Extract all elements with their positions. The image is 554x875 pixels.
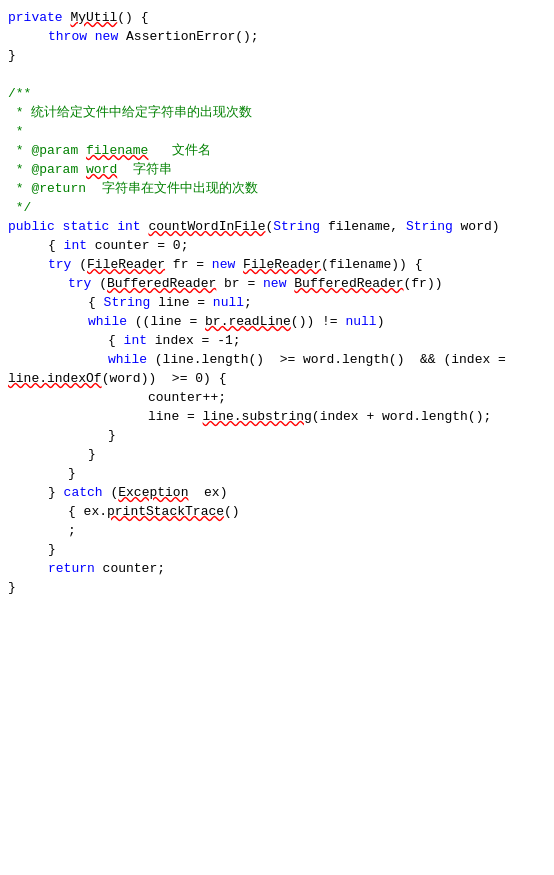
code-line-2: throw new AssertionError(); — [0, 27, 554, 46]
code-line-12: public static int countWordInFile(String… — [0, 217, 554, 236]
plain: () — [224, 502, 240, 521]
javadoc-line: * 统计给定文件中给定字符串的出现次数 — [8, 103, 252, 122]
bufferedreader2: BufferedReader — [294, 274, 403, 293]
plain: ( — [79, 255, 87, 274]
classname: MyUtil — [70, 8, 117, 27]
counter-var: counter = 0; — [95, 236, 189, 255]
code-line-23: } — [0, 426, 554, 445]
keyword-string2: String — [406, 217, 453, 236]
code-line-31: } — [0, 578, 554, 597]
plain: ; — [68, 521, 76, 540]
plain: { — [108, 331, 124, 350]
javadoc-return-star: * — [8, 179, 31, 198]
plain: (word)) >= 0) { — [102, 369, 227, 388]
keyword-return: return — [48, 559, 103, 578]
javadoc-at2: @param — [31, 160, 86, 179]
plain: (filename)) { — [321, 255, 422, 274]
code-line-3: } — [0, 46, 554, 65]
plain: (line.length() >= word.length() && (inde… — [155, 350, 506, 369]
plain: ; — [244, 293, 252, 312]
keyword-int: int — [117, 217, 148, 236]
code-editor: private MyUtil() { throw new AssertionEr… — [0, 0, 554, 875]
code-line-6: * 统计给定文件中给定字符串的出现次数 — [0, 103, 554, 122]
keyword-try1: try — [48, 255, 79, 274]
printstacktrace: printStackTrace — [107, 502, 224, 521]
plain: ((line = — [135, 312, 205, 331]
keyword-string3: String — [104, 293, 151, 312]
code-line-1: private MyUtil() { — [0, 8, 554, 27]
javadoc-at: @param — [31, 141, 86, 160]
plain: word) — [453, 217, 500, 236]
keyword-throw: throw — [48, 27, 95, 46]
code-line-15: try (BufferedReader br = new BufferedRea… — [0, 274, 554, 293]
filereader2: FileReader — [243, 255, 321, 274]
exception-type: Exception — [118, 483, 188, 502]
counter-increment: counter++; — [148, 388, 226, 407]
plain: ( — [110, 483, 118, 502]
javadoc-param2-desc: 字符串 — [117, 160, 172, 179]
plain: filename, — [320, 217, 406, 236]
plain: } — [68, 464, 76, 483]
code-line-16: { String line = null; — [0, 293, 554, 312]
keyword-null2: null — [345, 312, 376, 331]
plain: { — [48, 236, 64, 255]
keyword-new2: new — [263, 274, 294, 293]
plain: line = — [150, 293, 212, 312]
javadoc-param1-desc: 文件名 — [148, 141, 210, 160]
plain: { ex. — [68, 502, 107, 521]
keyword-while2: while — [108, 350, 155, 369]
code-line-27: { ex.printStackTrace() — [0, 502, 554, 521]
plain: ex) — [188, 483, 227, 502]
code-line-10: * @return 字符串在文件中出现的次数 — [0, 179, 554, 198]
plain: (fr)) — [404, 274, 443, 293]
filereader1: FileReader — [87, 255, 165, 274]
javadoc-empty: * — [8, 122, 24, 141]
code-line-25: } — [0, 464, 554, 483]
code-line-26: } catch (Exception ex) — [0, 483, 554, 502]
keyword-int1: int — [64, 236, 95, 255]
plain: index = -1; — [147, 331, 241, 350]
code-line-29: } — [0, 540, 554, 559]
keyword-null: null — [213, 293, 244, 312]
plain: br = — [216, 274, 263, 293]
plain: ( — [265, 217, 273, 236]
plain: } — [8, 46, 16, 65]
plain: line = — [148, 407, 203, 426]
line-substring: line.substring — [203, 407, 312, 426]
keyword-while1: while — [88, 312, 135, 331]
javadoc-return-tag: @return 字符串在文件中出现的次数 — [31, 179, 257, 198]
plain: AssertionError(); — [126, 27, 259, 46]
plain: ()) != — [291, 312, 346, 331]
code-line-13: { int counter = 0; — [0, 236, 554, 255]
plain: ) — [377, 312, 385, 331]
code-line-22: line = line.substring(index + word.lengt… — [0, 407, 554, 426]
javadoc-end: */ — [8, 198, 31, 217]
keyword-new: new — [95, 27, 126, 46]
javadoc-param2-star: * — [8, 160, 31, 179]
keyword-string1: String — [273, 217, 320, 236]
code-line-17: while ((line = br.readLine()) != null) — [0, 312, 554, 331]
plain: } — [48, 540, 56, 559]
javadoc-param1-star: * — [8, 141, 31, 160]
code-line-21: counter++; — [0, 388, 554, 407]
method-name: countWordInFile — [148, 217, 265, 236]
plain: ( — [99, 274, 107, 293]
plain: } — [48, 483, 64, 502]
code-line-30: return counter; — [0, 559, 554, 578]
code-line-8: * @param filename 文件名 — [0, 141, 554, 160]
code-line-20: line.indexOf(word)) >= 0) { — [0, 369, 554, 388]
return-counter: counter; — [103, 559, 165, 578]
keyword-catch: catch — [64, 483, 111, 502]
plain: } — [88, 445, 96, 464]
keyword-int2: int — [124, 331, 147, 350]
code-line-11: */ — [0, 198, 554, 217]
keyword-try2: try — [68, 274, 99, 293]
keyword-public: public — [8, 217, 63, 236]
br-readline: br.readLine — [205, 312, 291, 331]
line-indexof: line.indexOf — [8, 369, 102, 388]
plain: { — [88, 293, 104, 312]
code-line-7: * — [0, 122, 554, 141]
code-line-19: while (line.length() >= word.length() &&… — [0, 350, 554, 369]
plain: } — [8, 578, 16, 597]
code-line-5: /** — [0, 84, 554, 103]
